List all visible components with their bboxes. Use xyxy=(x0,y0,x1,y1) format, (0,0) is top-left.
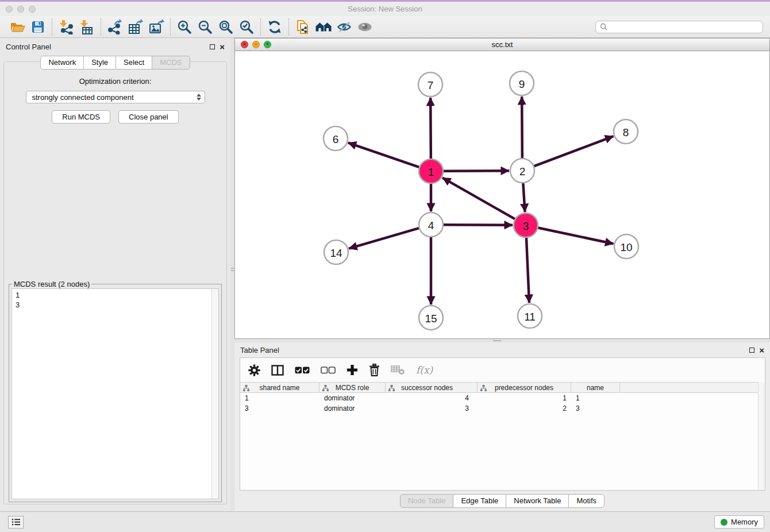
tab-network-table[interactable]: Network Table xyxy=(506,494,569,508)
zoom-selected-button[interactable] xyxy=(236,18,257,36)
search-field[interactable] xyxy=(595,21,763,33)
result-scrollbar[interactable] xyxy=(211,289,218,499)
graph-node-label: 3 xyxy=(523,220,529,232)
tab-network[interactable]: Network xyxy=(40,56,84,70)
graph-edge-2-8[interactable] xyxy=(534,136,614,166)
float-panel-icon[interactable] xyxy=(210,44,215,49)
open-file-button[interactable] xyxy=(7,18,28,36)
tab-style[interactable]: Style xyxy=(83,56,116,70)
close-panel-button[interactable]: Close panel xyxy=(118,110,179,124)
export-image-button[interactable] xyxy=(146,18,167,36)
close-panel-icon[interactable]: × xyxy=(759,348,764,353)
export-network-button[interactable] xyxy=(105,18,125,36)
task-history-button[interactable] xyxy=(8,516,24,529)
add-column-button[interactable] xyxy=(346,364,358,376)
delete-table-button[interactable] xyxy=(391,365,405,375)
zoom-fit-button[interactable] xyxy=(215,18,236,36)
table-row[interactable]: 3 dominator 3 2 3 xyxy=(240,403,765,414)
table-settings-button[interactable] xyxy=(248,364,260,376)
window-zoom-button[interactable]: + xyxy=(264,41,271,48)
cell-successor-nodes[interactable]: 4 xyxy=(386,394,478,402)
trash-icon xyxy=(369,364,380,376)
tab-node-table[interactable]: Node Table xyxy=(400,494,454,508)
show-all-button[interactable] xyxy=(355,18,375,36)
column-header-name[interactable]: name xyxy=(571,383,620,392)
houses-icon xyxy=(315,21,332,33)
export-table-icon xyxy=(128,20,144,34)
memory-status-icon xyxy=(721,519,727,526)
graph-node-label: 4 xyxy=(428,219,434,232)
hide-selected-button[interactable] xyxy=(334,18,355,36)
graph-edge-2-3[interactable] xyxy=(523,183,525,212)
function-builder-button[interactable]: f(x) xyxy=(416,364,433,376)
export-table-button[interactable] xyxy=(125,18,146,36)
graph-edge-3-1[interactable] xyxy=(442,178,515,219)
checked-boxes-icon xyxy=(295,367,310,374)
zoom-in-button[interactable] xyxy=(174,18,195,36)
graph-edge-1-2[interactable] xyxy=(444,171,509,171)
graph-edge-3-11[interactable] xyxy=(526,238,529,303)
panel-divider[interactable] xyxy=(230,38,234,511)
control-panel-title: Control Panel xyxy=(6,43,51,51)
network-window-title: scc.txt xyxy=(235,40,769,49)
refresh-view-button[interactable] xyxy=(264,18,285,36)
graph-edge-2-9[interactable] xyxy=(522,97,522,158)
select-stepper-icon xyxy=(197,94,201,101)
cell-mcds-role[interactable]: dominator xyxy=(319,404,386,413)
clone-network-icon xyxy=(296,20,310,34)
clone-network-button[interactable] xyxy=(292,18,313,36)
memory-button[interactable]: Memory xyxy=(714,515,764,529)
network-canvas[interactable]: 7968124314101511 xyxy=(234,51,770,339)
cell-predecessor-nodes[interactable]: 2 xyxy=(478,404,571,413)
cell-shared-name[interactable]: 1 xyxy=(240,394,319,402)
cell-shared-name[interactable]: 3 xyxy=(240,404,319,413)
graph-edge-1-6[interactable] xyxy=(348,142,419,167)
cell-name[interactable]: 1 xyxy=(571,394,620,402)
column-header-mcds-role[interactable]: MCDS role xyxy=(319,383,386,392)
cell-name[interactable]: 3 xyxy=(571,404,620,413)
select-all-button[interactable] xyxy=(295,367,310,374)
tab-mcds[interactable]: MCDS xyxy=(152,56,190,70)
window-minimize-button[interactable]: − xyxy=(252,41,260,48)
window-close-button[interactable]: × xyxy=(241,41,248,48)
cell-mcds-role[interactable]: dominator xyxy=(319,394,386,402)
zoom-out-button[interactable] xyxy=(195,18,215,36)
column-header-shared-name[interactable]: shared name xyxy=(240,383,319,392)
list-icon xyxy=(11,518,21,526)
network-graph[interactable]: 7968124314101511 xyxy=(235,51,769,338)
toolbar-separator xyxy=(170,18,171,36)
app-title: Session: New Session xyxy=(0,5,770,13)
main-toolbar xyxy=(0,16,770,38)
mcds-panel: Optimization criterion: strongly connect… xyxy=(3,61,227,504)
table-scrollbar[interactable] xyxy=(758,382,765,490)
graph-edge-4-14[interactable] xyxy=(349,228,419,248)
search-input[interactable] xyxy=(607,23,759,31)
save-icon xyxy=(32,21,44,33)
graph-node-label: 10 xyxy=(620,241,632,253)
table-row[interactable]: 1 dominator 4 1 1 xyxy=(240,393,765,403)
status-bar: Memory xyxy=(0,511,770,532)
import-network-button[interactable] xyxy=(56,18,76,36)
cell-successor-nodes[interactable]: 3 xyxy=(386,404,478,413)
column-header-predecessor-nodes[interactable]: predecessor nodes xyxy=(478,383,571,392)
graph-edge-3-10[interactable] xyxy=(538,228,614,244)
run-mcds-button[interactable]: Run MCDS xyxy=(52,110,110,124)
first-neighbors-button[interactable] xyxy=(313,18,334,36)
save-session-button[interactable] xyxy=(28,18,48,36)
float-panel-icon[interactable] xyxy=(749,348,754,353)
tab-edge-table[interactable]: Edge Table xyxy=(453,494,506,508)
graph-edge-4-3[interactable] xyxy=(444,225,513,225)
graph-edge-1-7[interactable] xyxy=(430,98,431,159)
tab-select[interactable]: Select xyxy=(116,56,152,70)
column-header-successor-nodes[interactable]: successor nodes xyxy=(386,383,478,392)
network-window-titlebar[interactable]: × − + scc.txt xyxy=(234,38,770,51)
delete-column-button[interactable] xyxy=(369,364,380,376)
cell-predecessor-nodes[interactable]: 1 xyxy=(478,394,571,402)
toggle-panes-button[interactable] xyxy=(271,365,284,376)
close-panel-icon[interactable]: × xyxy=(220,44,225,49)
tab-motifs[interactable]: Motifs xyxy=(568,494,605,508)
import-table-button[interactable] xyxy=(76,18,97,36)
criterion-select[interactable]: strongly connected component xyxy=(26,91,205,103)
deselect-all-button[interactable] xyxy=(321,367,336,374)
mcds-result-area[interactable]: 1 3 xyxy=(11,288,219,499)
